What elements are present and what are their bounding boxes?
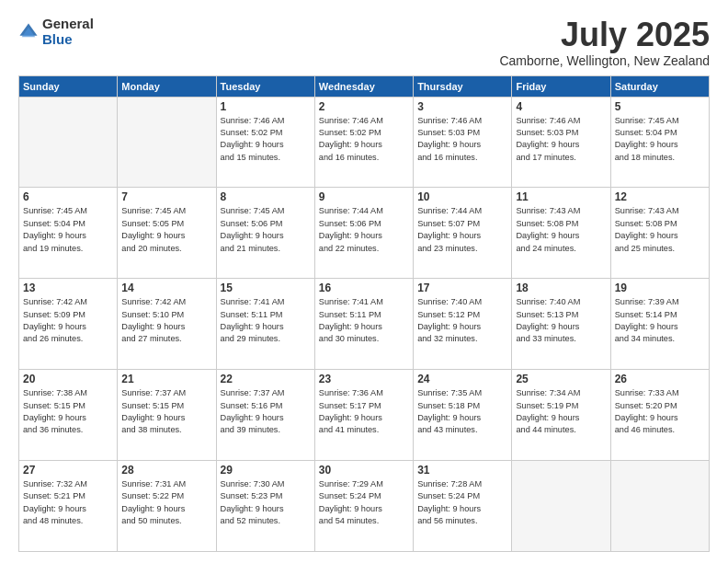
calendar-cell: 16Sunrise: 7:41 AMSunset: 5:11 PMDayligh… [314,279,413,370]
day-number: 23 [319,373,409,385]
day-info: Sunrise: 7:32 AMSunset: 5:21 PMDaylight:… [23,478,113,527]
day-number: 4 [516,100,606,113]
calendar-cell: 24Sunrise: 7:35 AMSunset: 5:18 PMDayligh… [414,370,512,461]
day-number: 13 [23,282,113,294]
day-info: Sunrise: 7:46 AMSunset: 5:03 PMDaylight:… [516,115,606,164]
calendar-cell [118,97,216,188]
calendar-header-saturday: Saturday [610,75,709,97]
day-number: 9 [319,190,409,203]
calendar-cell: 30Sunrise: 7:29 AMSunset: 5:24 PMDayligh… [314,461,413,552]
day-number: 18 [516,282,606,294]
calendar-cell: 11Sunrise: 7:43 AMSunset: 5:08 PMDayligh… [512,188,610,279]
calendar-header-tuesday: Tuesday [216,75,314,97]
calendar-header-sunday: Sunday [19,75,118,97]
day-info: Sunrise: 7:43 AMSunset: 5:08 PMDaylight:… [516,205,606,254]
day-info: Sunrise: 7:46 AMSunset: 5:02 PMDaylight:… [319,115,409,164]
day-info: Sunrise: 7:38 AMSunset: 5:15 PMDaylight:… [23,387,113,436]
day-info: Sunrise: 7:37 AMSunset: 5:16 PMDaylight:… [221,387,311,436]
day-number: 2 [319,100,409,113]
calendar-cell: 25Sunrise: 7:34 AMSunset: 5:19 PMDayligh… [512,370,610,461]
day-info: Sunrise: 7:40 AMSunset: 5:12 PMDaylight:… [417,296,507,345]
calendar-week-4: 27Sunrise: 7:32 AMSunset: 5:21 PMDayligh… [19,461,710,552]
day-info: Sunrise: 7:44 AMSunset: 5:06 PMDaylight:… [319,205,409,254]
day-number: 3 [417,100,507,113]
day-number: 8 [221,190,311,203]
calendar-cell [610,461,709,552]
day-number: 11 [516,190,606,203]
calendar-week-2: 13Sunrise: 7:42 AMSunset: 5:09 PMDayligh… [19,279,710,370]
calendar-cell: 12Sunrise: 7:43 AMSunset: 5:08 PMDayligh… [610,188,709,279]
calendar-header-wednesday: Wednesday [314,75,413,97]
calendar-cell: 20Sunrise: 7:38 AMSunset: 5:15 PMDayligh… [19,370,118,461]
calendar-header-friday: Friday [512,75,610,97]
calendar-cell: 2Sunrise: 7:46 AMSunset: 5:02 PMDaylight… [314,97,413,188]
calendar-cell: 15Sunrise: 7:41 AMSunset: 5:11 PMDayligh… [216,279,314,370]
day-number: 20 [23,373,113,385]
day-number: 14 [121,282,211,294]
logo-icon [18,22,39,42]
day-info: Sunrise: 7:46 AMSunset: 5:02 PMDaylight:… [221,115,311,164]
calendar-week-1: 6Sunrise: 7:45 AMSunset: 5:04 PMDaylight… [19,188,710,279]
day-number: 10 [417,190,507,203]
month-title: July 2025 [499,17,710,53]
calendar-cell [19,97,118,188]
day-info: Sunrise: 7:41 AMSunset: 5:11 PMDaylight:… [221,296,311,345]
calendar-cell: 6Sunrise: 7:45 AMSunset: 5:04 PMDaylight… [19,188,118,279]
header: General Blue July 2025 Camborne, Welling… [18,17,710,68]
day-number: 19 [615,282,705,294]
calendar-header-thursday: Thursday [414,75,512,97]
calendar-cell: 26Sunrise: 7:33 AMSunset: 5:20 PMDayligh… [610,370,709,461]
day-info: Sunrise: 7:46 AMSunset: 5:03 PMDaylight:… [417,115,507,164]
day-info: Sunrise: 7:41 AMSunset: 5:11 PMDaylight:… [319,296,409,345]
calendar-cell: 14Sunrise: 7:42 AMSunset: 5:10 PMDayligh… [118,279,216,370]
calendar-cell: 13Sunrise: 7:42 AMSunset: 5:09 PMDayligh… [19,279,118,370]
location: Camborne, Wellington, New Zealand [499,53,710,68]
logo: General Blue [18,17,94,47]
calendar-cell: 9Sunrise: 7:44 AMSunset: 5:06 PMDaylight… [314,188,413,279]
calendar-header-row: SundayMondayTuesdayWednesdayThursdayFrid… [19,75,710,97]
logo-text: General Blue [42,17,94,47]
day-number: 26 [615,373,705,385]
day-info: Sunrise: 7:45 AMSunset: 5:04 PMDaylight:… [23,205,113,254]
calendar-cell: 27Sunrise: 7:32 AMSunset: 5:21 PMDayligh… [19,461,118,552]
calendar-cell: 4Sunrise: 7:46 AMSunset: 5:03 PMDaylight… [512,97,610,188]
day-number: 22 [221,373,311,385]
calendar-cell: 28Sunrise: 7:31 AMSunset: 5:22 PMDayligh… [118,461,216,552]
day-info: Sunrise: 7:33 AMSunset: 5:20 PMDaylight:… [615,387,705,436]
day-info: Sunrise: 7:37 AMSunset: 5:15 PMDaylight:… [121,387,211,436]
calendar-cell: 19Sunrise: 7:39 AMSunset: 5:14 PMDayligh… [610,279,709,370]
page: General Blue July 2025 Camborne, Welling… [0,0,728,563]
day-info: Sunrise: 7:36 AMSunset: 5:17 PMDaylight:… [319,387,409,436]
title-block: July 2025 Camborne, Wellington, New Zeal… [499,17,710,68]
calendar-cell: 29Sunrise: 7:30 AMSunset: 5:23 PMDayligh… [216,461,314,552]
calendar-week-3: 20Sunrise: 7:38 AMSunset: 5:15 PMDayligh… [19,370,710,461]
day-info: Sunrise: 7:43 AMSunset: 5:08 PMDaylight:… [615,205,705,254]
day-number: 21 [121,373,211,385]
day-info: Sunrise: 7:42 AMSunset: 5:10 PMDaylight:… [121,296,211,345]
day-number: 27 [23,464,113,477]
calendar-cell: 1Sunrise: 7:46 AMSunset: 5:02 PMDaylight… [216,97,314,188]
calendar-table: SundayMondayTuesdayWednesdayThursdayFrid… [18,75,710,552]
calendar-cell: 5Sunrise: 7:45 AMSunset: 5:04 PMDaylight… [610,97,709,188]
day-number: 16 [319,282,409,294]
calendar-cell: 17Sunrise: 7:40 AMSunset: 5:12 PMDayligh… [414,279,512,370]
day-info: Sunrise: 7:45 AMSunset: 5:04 PMDaylight:… [615,115,705,164]
day-info: Sunrise: 7:30 AMSunset: 5:23 PMDaylight:… [221,478,311,527]
day-info: Sunrise: 7:42 AMSunset: 5:09 PMDaylight:… [23,296,113,345]
calendar-cell: 22Sunrise: 7:37 AMSunset: 5:16 PMDayligh… [216,370,314,461]
day-number: 1 [221,100,311,113]
day-info: Sunrise: 7:45 AMSunset: 5:06 PMDaylight:… [221,205,311,254]
day-number: 12 [615,190,705,203]
day-number: 25 [516,373,606,385]
day-info: Sunrise: 7:45 AMSunset: 5:05 PMDaylight:… [121,205,211,254]
day-info: Sunrise: 7:40 AMSunset: 5:13 PMDaylight:… [516,296,606,345]
calendar-cell: 7Sunrise: 7:45 AMSunset: 5:05 PMDaylight… [118,188,216,279]
day-info: Sunrise: 7:44 AMSunset: 5:07 PMDaylight:… [417,205,507,254]
logo-blue: Blue [42,32,94,48]
day-number: 6 [23,190,113,203]
calendar-header-monday: Monday [118,75,216,97]
day-number: 5 [615,100,705,113]
day-number: 31 [417,464,507,477]
calendar-cell: 10Sunrise: 7:44 AMSunset: 5:07 PMDayligh… [414,188,512,279]
day-info: Sunrise: 7:39 AMSunset: 5:14 PMDaylight:… [615,296,705,345]
